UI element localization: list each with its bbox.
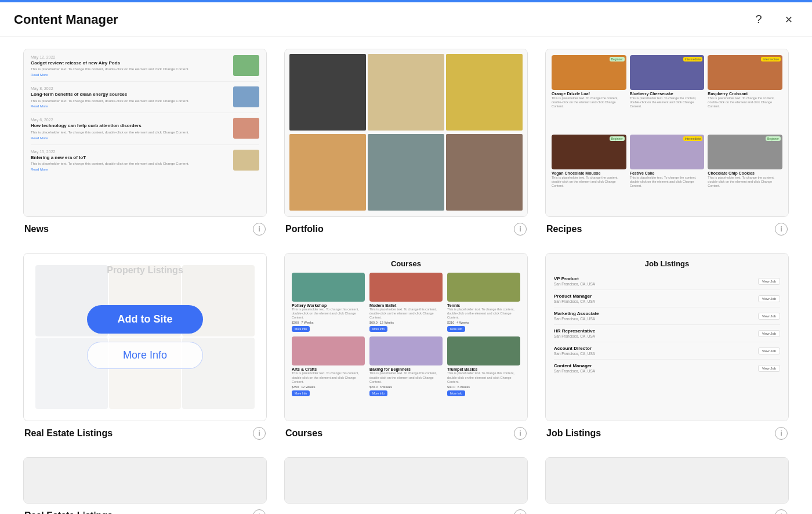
card-wrapper-bottom-3: i <box>545 457 789 514</box>
card-jobs[interactable]: Job Listings VP Product San Francisco, C… <box>545 253 789 421</box>
jobs-preview: Job Listings VP Product San Francisco, C… <box>546 254 788 421</box>
news-img-1 <box>233 55 259 76</box>
portfolio-img-5 <box>368 134 444 211</box>
info-icon-bottom-3[interactable]: i <box>775 509 788 514</box>
news-row-2: May 8, 2022 Long-term benefits of clean … <box>31 86 259 113</box>
help-button[interactable]: ? <box>749 10 768 29</box>
card-label-row-portfolio: Portfolio i <box>284 223 528 236</box>
card-label-row-bottom-2: i <box>284 509 528 514</box>
card-bottom-3-partial[interactable] <box>545 457 789 504</box>
card-label-news: News <box>24 224 49 234</box>
info-icon-jobs[interactable]: i <box>775 427 788 440</box>
info-icon-courses[interactable]: i <box>514 427 527 440</box>
more-info-button[interactable]: More Info <box>87 342 203 369</box>
content-area: May 12, 2022 Gadget review: release of n… <box>0 37 812 514</box>
job-row-2: Product Manager San Francisco, CA, USA V… <box>554 290 780 307</box>
news-row-1: May 12, 2022 Gadget review: release of n… <box>31 55 259 82</box>
info-icon-news[interactable]: i <box>253 223 266 236</box>
recipe-4: Beginner Vegan Chocolate Mousse This is … <box>552 135 626 211</box>
card-label-jobs: Job Listings <box>546 428 601 439</box>
card-real-estate-partial[interactable] <box>23 457 267 504</box>
portfolio-img-3 <box>446 54 523 131</box>
courses-preview: Courses Pottery Workshop This is placeho… <box>285 254 527 421</box>
job-row-6: Content Manager San Francisco, CA, USA V… <box>554 360 780 377</box>
recipe-2: Intermediate Blueberry Cheesecake This i… <box>630 55 705 131</box>
card-label-row-recipes: Recipes i <box>545 223 789 236</box>
news-text-3: May 6, 2022 How technology can help curb… <box>31 118 229 139</box>
add-to-site-button[interactable]: Add to Site <box>87 305 203 334</box>
course-btn-3[interactable]: More Info <box>447 326 465 332</box>
portfolio-img-6 <box>446 134 523 211</box>
info-icon-bottom-2[interactable]: i <box>514 509 527 514</box>
card-property[interactable]: Property Listings Add to Site More Info <box>23 253 267 421</box>
job-view-btn-4[interactable]: View Job <box>758 330 780 337</box>
close-button[interactable]: × <box>780 10 798 29</box>
jobs-title: Job Listings <box>554 259 780 268</box>
news-img-4 <box>233 150 259 171</box>
job-row-1: VP Product San Francisco, CA, USA View J… <box>554 273 780 290</box>
card-label-real-estate: Real Estate Listings <box>24 511 113 514</box>
course-2: Modern Ballet This is placeholder text. … <box>369 273 443 332</box>
course-btn-1[interactable]: More Info <box>292 326 310 332</box>
portfolio-img-4 <box>289 134 366 211</box>
info-icon-recipes[interactable]: i <box>775 223 788 236</box>
portfolio-img-2 <box>368 54 444 131</box>
portfolio-preview <box>285 49 527 216</box>
card-portfolio[interactable] <box>284 49 528 217</box>
courses-grid: Pottery Workshop This is placeholder tex… <box>292 273 520 396</box>
card-bottom-2-partial[interactable] <box>284 457 528 504</box>
app-title: Content Manager <box>14 12 118 27</box>
info-icon-portfolio[interactable]: i <box>514 223 527 236</box>
course-5: Baking for Beginners This is placeholder… <box>369 336 443 396</box>
recipe-6: Beginner Chocolate Chip Cookies This is … <box>708 135 782 211</box>
course-btn-5[interactable]: More Info <box>369 390 387 396</box>
job-view-btn-2[interactable]: View Job <box>758 295 780 302</box>
card-label-portfolio: Portfolio <box>285 224 324 234</box>
news-text-1: May 12, 2022 Gadget review: release of n… <box>31 55 229 77</box>
job-view-btn-3[interactable]: View Job <box>758 313 780 320</box>
course-btn-4[interactable]: More Info <box>292 390 310 396</box>
news-img-3 <box>233 118 259 139</box>
card-label-row-property: Real Estate Listings i <box>23 427 267 440</box>
card-label-recipes: Recipes <box>546 224 582 234</box>
job-view-btn-1[interactable]: View Job <box>758 278 780 285</box>
info-icon-real-estate[interactable]: i <box>253 509 266 514</box>
course-btn-2[interactable]: More Info <box>369 326 387 332</box>
cards-grid: May 12, 2022 Gadget review: release of n… <box>23 49 789 440</box>
card-wrapper-news: May 12, 2022 Gadget review: release of n… <box>23 49 267 236</box>
recipe-3: Intermediate Raspberry Croissant This is… <box>708 55 782 131</box>
card-wrapper-recipes: Beginner Orange Drizzle Loaf This is pla… <box>545 49 789 236</box>
card-label-row-courses: Courses i <box>284 427 528 440</box>
courses-title: Courses <box>292 259 520 268</box>
card-wrapper-jobs: Job Listings VP Product San Francisco, C… <box>545 253 789 440</box>
info-icon-property[interactable]: i <box>253 427 266 440</box>
job-row-4: HR Representative San Francisco, CA, USA… <box>554 325 780 342</box>
job-row-3: Marketing Associate San Francisco, CA, U… <box>554 307 780 325</box>
news-row-3: May 6, 2022 How technology can help curb… <box>31 118 259 144</box>
card-wrapper-portfolio: Portfolio i <box>284 49 528 236</box>
card-wrapper-courses: Courses Pottery Workshop This is placeho… <box>284 253 528 440</box>
recipe-5: Intermediate Festive Cake This is placeh… <box>630 135 705 211</box>
bottom-cards-grid: Real Estate Listings i i i <box>23 457 789 514</box>
news-img-2 <box>233 86 259 107</box>
recipes-preview: Beginner Orange Drizzle Loaf This is pla… <box>546 49 788 216</box>
card-courses[interactable]: Courses Pottery Workshop This is placeho… <box>284 253 528 421</box>
card-wrapper-property: Property Listings Add to Site More Info … <box>23 253 267 440</box>
card-wrapper-real-estate: Real Estate Listings i <box>23 457 267 514</box>
course-btn-6[interactable]: More Info <box>447 390 465 396</box>
card-recipes[interactable]: Beginner Orange Drizzle Loaf This is pla… <box>545 49 789 217</box>
card-label-property: Real Estate Listings <box>24 428 113 439</box>
course-6: Trumpet Basics This is placeholder text.… <box>447 336 520 396</box>
course-1: Pottery Workshop This is placeholder tex… <box>292 273 365 332</box>
card-label-row-jobs: Job Listings i <box>545 427 789 440</box>
job-view-btn-5[interactable]: View Job <box>758 348 780 354</box>
card-label-courses: Courses <box>285 428 322 439</box>
course-4: Arts & Crafts This is placeholder text. … <box>292 336 365 396</box>
card-overlay-property: Add to Site More Info <box>24 254 266 421</box>
card-label-row-news: News i <box>23 223 267 236</box>
course-3: Tennis This is placeholder text. To chan… <box>447 273 520 332</box>
top-bar: Content Manager ? × <box>0 2 812 37</box>
card-news[interactable]: May 12, 2022 Gadget review: release of n… <box>23 49 267 217</box>
job-view-btn-6[interactable]: View Job <box>758 365 780 372</box>
job-row-5: Account Director San Francisco, CA, USA … <box>554 342 780 360</box>
